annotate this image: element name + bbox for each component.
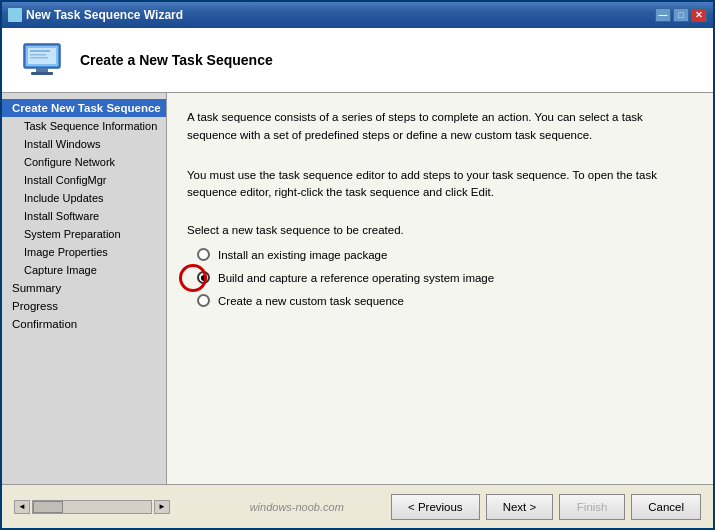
- sidebar-item-summary[interactable]: Summary: [2, 279, 166, 297]
- wizard-header: Create a New Task Sequence: [2, 28, 713, 93]
- sidebar-item-include-updates[interactable]: Include Updates: [2, 189, 166, 207]
- wizard-window: New Task Sequence Wizard — □ ✕ Create a …: [0, 0, 715, 530]
- sidebar-item-capture-image[interactable]: Capture Image: [2, 261, 166, 279]
- cancel-button[interactable]: Cancel: [631, 494, 701, 520]
- radio-group: Install an existing image package Build …: [197, 248, 693, 307]
- footer-buttons: < Previous Next > Finish Cancel: [391, 494, 701, 520]
- scroll-track[interactable]: [32, 500, 152, 514]
- maximize-button[interactable]: □: [673, 8, 689, 22]
- sidebar-item-create-new[interactable]: Create New Task Sequence: [2, 99, 166, 117]
- scroll-left-button[interactable]: ◄: [14, 500, 30, 514]
- window-icon: [8, 8, 22, 22]
- radio-label-existing-image: Install an existing image package: [218, 249, 387, 261]
- finish-button[interactable]: Finish: [559, 494, 625, 520]
- description-paragraph-2: You must use the task sequence editor to…: [187, 167, 693, 203]
- sidebar: Create New Task Sequence Task Sequence I…: [2, 93, 167, 484]
- wizard-footer: ◄ ► windows-noob.com < Previous Next > F…: [2, 484, 713, 528]
- radio-custom[interactable]: [197, 294, 210, 307]
- select-label: Select a new task sequence to be created…: [187, 224, 693, 236]
- wizard-body: Create New Task Sequence Task Sequence I…: [2, 93, 713, 484]
- radio-build-capture[interactable]: [197, 271, 210, 284]
- sidebar-item-configure-network[interactable]: Configure Network: [2, 153, 166, 171]
- sidebar-item-image-properties[interactable]: Image Properties: [2, 243, 166, 261]
- sidebar-item-system-preparation[interactable]: System Preparation: [2, 225, 166, 243]
- window-title: New Task Sequence Wizard: [26, 8, 183, 22]
- title-bar: New Task Sequence Wizard — □ ✕: [2, 2, 713, 28]
- radio-item-custom[interactable]: Create a new custom task sequence: [197, 294, 693, 307]
- radio-existing-image[interactable]: [197, 248, 210, 261]
- scroll-right-button[interactable]: ►: [154, 500, 170, 514]
- svg-rect-5: [30, 50, 50, 52]
- main-content: A task sequence consists of a series of …: [167, 93, 713, 484]
- wizard-header-title: Create a New Task Sequence: [80, 52, 273, 68]
- svg-rect-7: [30, 57, 48, 59]
- wizard-header-icon: [18, 36, 66, 84]
- sidebar-item-confirmation[interactable]: Confirmation: [2, 315, 166, 333]
- sidebar-item-task-sequence-info[interactable]: Task Sequence Information: [2, 117, 166, 135]
- sidebar-item-install-configmgr[interactable]: Install ConfigMgr: [2, 171, 166, 189]
- previous-button[interactable]: < Previous: [391, 494, 480, 520]
- radio-label-build-capture: Build and capture a reference operating …: [218, 272, 494, 284]
- radio-item-build-capture[interactable]: Build and capture a reference operating …: [197, 271, 693, 284]
- svg-rect-2: [36, 68, 48, 72]
- scroll-thumb[interactable]: [33, 501, 63, 513]
- sidebar-item-install-windows[interactable]: Install Windows: [2, 135, 166, 153]
- close-button[interactable]: ✕: [691, 8, 707, 22]
- footer-watermark: windows-noob.com: [202, 501, 390, 513]
- description-paragraph-1: A task sequence consists of a series of …: [187, 109, 693, 145]
- radio-label-custom: Create a new custom task sequence: [218, 295, 404, 307]
- sidebar-item-install-software[interactable]: Install Software: [2, 207, 166, 225]
- next-button[interactable]: Next >: [486, 494, 554, 520]
- title-bar-left: New Task Sequence Wizard: [8, 8, 183, 22]
- radio-item-existing-image[interactable]: Install an existing image package: [197, 248, 693, 261]
- scrollbar-area: ◄ ►: [14, 500, 202, 514]
- svg-rect-6: [30, 54, 46, 56]
- sidebar-item-progress[interactable]: Progress: [2, 297, 166, 315]
- title-bar-controls: — □ ✕: [655, 8, 707, 22]
- footer-left: ◄ ►: [14, 500, 202, 514]
- minimize-button[interactable]: —: [655, 8, 671, 22]
- svg-rect-3: [31, 72, 53, 75]
